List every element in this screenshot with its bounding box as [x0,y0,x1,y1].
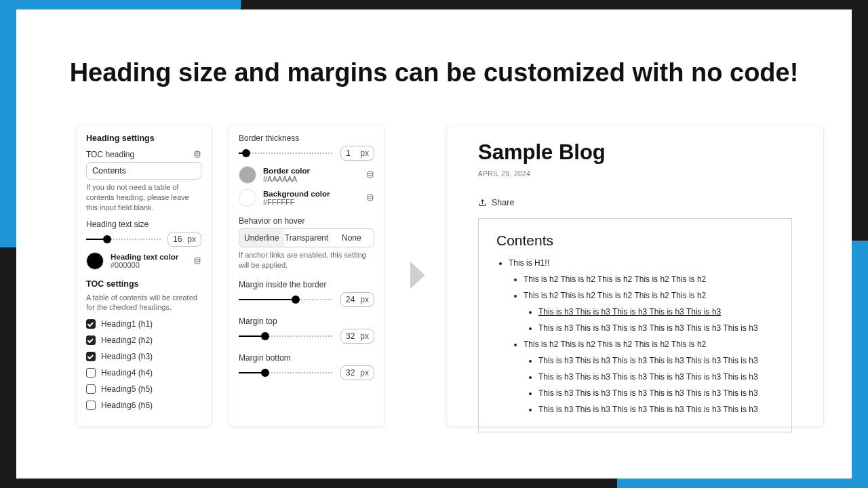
content-panel: Heading size and margins can be customiz… [16,9,852,479]
toc-item-h3[interactable]: This is h3 This is h3 This is h3 This is… [538,371,774,383]
text-size-value: 16 [173,235,182,244]
checkbox-h2[interactable]: Heading2 (h2) [86,336,201,345]
border-color-swatch[interactable] [239,166,256,184]
margin-inside-slider[interactable] [239,295,334,304]
margin-inside-label: Margin inside the border [239,280,374,289]
toc-heading-label: TOC heading [86,150,134,159]
heading-color-label: Heading text color [111,253,186,261]
blog-preview-panel: Sample Blog APRIL 29, 2024 Share Content… [446,125,824,427]
blog-date: APRIL 29, 2024 [478,170,792,178]
svg-point-1 [195,258,200,260]
heading-settings-title: Heading settings [86,134,201,143]
toc-item-h3[interactable]: This is h3 This is h3 This is h3 This is… [538,403,774,415]
toc-preview-box: Contents This is H1!! This is h2 This is… [478,218,792,432]
hover-help: If anchor links are enabled, this settin… [239,250,374,270]
margin-inside-value-box[interactable]: 24 px [340,292,374,307]
toc-settings-help: A table of contents will be created for … [86,293,201,313]
margin-top-slider[interactable] [239,331,334,341]
svg-point-2 [368,171,373,174]
text-size-slider[interactable] [86,235,161,244]
margin-bottom-slider[interactable] [239,368,334,378]
toc-item-h2[interactable]: This is h2 This is h2 This is h2 This is… [524,338,774,415]
bg-color-label: Background color [263,190,359,198]
text-size-label: Heading text size [86,220,201,229]
toc-item-h3[interactable]: This is h3 This is h3 This is h3 This is… [538,387,774,399]
svg-point-0 [195,151,200,153]
page-headline: Heading size and margins can be customiz… [16,58,852,87]
border-thickness-slider[interactable] [239,148,334,158]
toc-heading-help: If you do not need a table of contents h… [86,182,201,213]
margin-top-value-box[interactable]: 32 px [340,329,374,344]
heading-color-swatch[interactable] [86,252,104,270]
checkbox-h6[interactable]: Heading6 (h6) [86,401,201,410]
toc-heading-input[interactable] [86,162,201,180]
hover-opt-underline[interactable]: Underline [239,229,284,247]
share-button[interactable]: Share [478,198,792,207]
heading-color-hex: #000000 [111,261,186,269]
checkbox-h1[interactable]: Heading1 (h1) [86,319,201,329]
heading-settings-panel: Heading settings TOC heading If you do n… [76,125,212,427]
margin-top-label: Margin top [239,317,374,326]
border-thickness-value-box[interactable]: 1 px [340,146,374,161]
checkbox-h3[interactable]: Heading3 (h3) [86,352,201,361]
hover-opt-none[interactable]: None [330,229,374,247]
text-size-unit: px [187,235,196,244]
toc-item-h1[interactable]: This is H1!! This is h2 This is h2 This … [509,257,774,415]
share-icon [478,199,487,207]
margin-bottom-value-box[interactable]: 32 px [340,365,374,380]
border-margin-panel: Border thickness 1 px Border color #AAAA… [229,125,384,427]
toc-item-h2[interactable]: This is h2 This is h2 This is h2 This is… [524,289,774,334]
toc-item-h3[interactable]: This is h3 This is h3 This is h3 This is… [538,306,774,318]
toc-settings-title: TOC settings [86,279,201,289]
toc-preview-title: Contents [496,232,774,249]
bg-color-hex: #FFFFFF [263,198,359,206]
toc-item-h3[interactable]: This is h3 This is h3 This is h3 This is… [538,322,774,334]
hover-segmented-control[interactable]: Underline Transparent None [239,228,374,247]
hover-opt-transparent[interactable]: Transparent [284,229,329,247]
border-thickness-label: Border thickness [239,134,374,143]
blog-title: Sample Blog [478,140,792,165]
margin-bottom-label: Margin bottom [239,353,374,363]
bg-color-swatch[interactable] [239,189,256,207]
arrow-right-icon [408,260,428,290]
checkbox-h4[interactable]: Heading4 (h4) [86,368,201,378]
database-icon [366,194,374,202]
toc-item-h3[interactable]: This is h3 This is h3 This is h3 This is… [538,354,774,367]
database-icon [366,171,374,179]
hover-label: Behavior on hover [239,216,374,226]
database-icon [193,150,201,159]
toc-item-h2[interactable]: This is h2 This is h2 This is h2 This is… [524,273,774,285]
database-icon [193,257,201,265]
share-label: Share [492,198,514,207]
border-color-hex: #AAAAAA [263,175,359,183]
text-size-value-box[interactable]: 16 px [167,232,201,247]
svg-point-3 [368,195,373,197]
checkbox-h5[interactable]: Heading5 (h5) [86,384,201,394]
border-color-label: Border color [263,167,359,175]
